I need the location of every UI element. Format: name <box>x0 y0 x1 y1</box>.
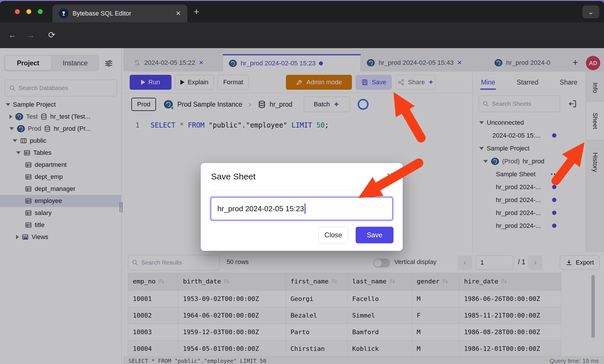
traffic-light-close[interactable] <box>15 9 20 14</box>
browser-toolbar: ← → ⟳ localhost:8080/sql-editor/prod-sam… <box>0 22 604 48</box>
browser-tab-strip: Bytebase SQL Editor ✕ + ⌄ <box>0 1 604 22</box>
browser-tab[interactable]: Bytebase SQL Editor ✕ <box>52 5 187 22</box>
close-label: Close <box>324 231 342 239</box>
back-icon[interactable]: ← <box>8 29 17 41</box>
traffic-light-minimize[interactable] <box>26 9 31 14</box>
new-tab-icon[interactable]: + <box>194 6 199 17</box>
reload-icon[interactable]: ⟳ <box>48 29 55 41</box>
dialog-divider <box>211 191 392 191</box>
bytebase-app: Project Instance Sample Project Test <box>0 48 604 364</box>
browser-tab-close-icon[interactable]: ✕ <box>176 10 181 17</box>
save-label: Save <box>367 231 383 239</box>
browser-tab-title: Bytebase SQL Editor <box>73 10 172 17</box>
sheet-name-input[interactable]: hr_prod 2024-02-05 15:23 <box>211 197 393 220</box>
tab-search-button[interactable]: ⌄ <box>582 5 599 18</box>
chevron-down-icon: ⌄ <box>588 7 594 16</box>
save-sheet-dialog: Save Sheet ✕ hr_prod 2024-02-05 15:23 Cl… <box>201 163 403 251</box>
dialog-close-button[interactable]: Close <box>318 227 348 243</box>
bytebase-favicon-icon <box>59 9 69 18</box>
traffic-light-zoom[interactable] <box>38 9 43 14</box>
dialog-save-button[interactable]: Save <box>356 227 393 243</box>
sheet-name-value: hr_prod 2024-02-05 15:23 <box>217 204 304 213</box>
dialog-title: Save Sheet <box>211 172 256 181</box>
browser-window: Bytebase SQL Editor ✕ + ⌄ ← → ⟳ localhos… <box>0 0 604 364</box>
dialog-close-icon[interactable]: ✕ <box>386 171 393 181</box>
text-cursor <box>305 203 305 214</box>
forward-icon[interactable]: → <box>26 29 35 41</box>
